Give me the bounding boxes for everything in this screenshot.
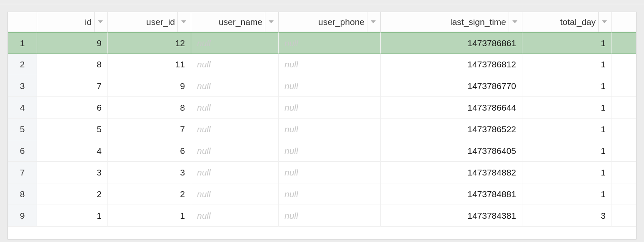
cell-user_name[interactable]: null [191,97,279,119]
table-row[interactable]: 2811nullnull14737868121 [8,54,636,75]
row-number-cell[interactable]: 5 [8,119,37,140]
row-number-cell[interactable]: 8 [8,183,37,205]
cell-spacer [612,97,636,119]
cell-id[interactable]: 6 [37,97,108,119]
cell-user_id[interactable]: 1 [108,205,191,227]
cell-total_day[interactable]: 1 [522,140,612,162]
cell-user_name[interactable]: null [191,162,279,183]
row-number-cell[interactable]: 3 [8,75,37,97]
table-row[interactable]: 557nullnull14737865221 [8,119,636,140]
table-row[interactable]: 468nullnull14737866441 [8,97,636,119]
filter-button-user_phone[interactable] [367,12,379,32]
cell-user_name[interactable]: null [191,75,279,97]
cell-user_name[interactable]: null [191,205,279,227]
column-header-id[interactable]: id [37,12,108,32]
cell-user_name[interactable]: null [191,140,279,162]
cell-user_phone[interactable]: null [279,205,381,227]
row-number-cell[interactable]: 7 [8,162,37,183]
cell-id[interactable]: 5 [37,119,108,140]
column-header-user_phone[interactable]: user_phone [279,12,381,32]
cell-user_id[interactable]: 2 [108,183,191,205]
null-value: null [197,168,272,178]
cell-total_day[interactable]: 3 [522,205,612,227]
filter-button-total_day[interactable] [598,12,610,32]
cell-user_id[interactable]: 9 [108,75,191,97]
cell-user_phone[interactable]: null [279,97,381,119]
dropdown-icon [512,20,517,23]
cell-user_id[interactable]: 8 [108,97,191,119]
cell-last_sign_time[interactable]: 1473786812 [381,54,522,75]
row-number-cell[interactable]: 2 [8,54,37,75]
cell-user_phone[interactable]: null [279,183,381,205]
cell-total_day[interactable]: 1 [522,75,612,97]
cell-last_sign_time[interactable]: 1473786644 [381,97,522,119]
cell-total_day[interactable]: 1 [522,119,612,140]
table-row[interactable]: 911nullnull14737843813 [8,205,636,227]
cell-id[interactable]: 7 [37,75,108,97]
row-number-cell[interactable]: 6 [8,140,37,162]
cell-last_sign_time[interactable]: 1473786522 [381,119,522,140]
column-label: last_sign_time [386,17,509,27]
cell-last_sign_time[interactable]: 1473786405 [381,140,522,162]
cell-last_sign_time[interactable]: 1473786770 [381,75,522,97]
cell-user_phone[interactable]: null [279,54,381,75]
column-label: user_name [196,17,265,27]
cell-last_sign_time[interactable]: 1473784881 [381,183,522,205]
null-value: null [197,146,272,156]
cell-user_phone[interactable]: null [279,162,381,183]
null-value: null [197,124,272,134]
filter-button-user_name[interactable] [265,12,277,32]
cell-user_phone[interactable]: null [279,140,381,162]
cell-user_name[interactable]: null [191,183,279,205]
cell-user_name[interactable]: null [191,119,279,140]
cell-total_day[interactable]: 1 [522,32,612,54]
data-grid: id user_id use [7,12,637,240]
table-row[interactable]: 1912nullnull14737868611 [8,32,636,54]
column-header-total_day[interactable]: total_day [522,12,612,32]
cell-id[interactable]: 1 [37,205,108,227]
cell-spacer [612,162,636,183]
null-value: null [285,168,374,178]
column-header-rownum[interactable] [8,12,37,32]
cell-user_name[interactable]: null [191,54,279,75]
column-header-last_sign_time[interactable]: last_sign_time [381,12,522,32]
cell-id[interactable]: 9 [37,32,108,54]
table-row[interactable]: 646nullnull14737864051 [8,140,636,162]
cell-user_name[interactable]: null [191,32,279,54]
column-header-user_name[interactable]: user_name [191,12,279,32]
filter-button-last_sign_time[interactable] [509,12,520,32]
filter-button-id[interactable] [94,12,106,32]
cell-total_day[interactable]: 1 [522,54,612,75]
cell-last_sign_time[interactable]: 1473784381 [381,205,522,227]
toolbar [0,0,644,4]
column-label: id [42,17,94,27]
cell-user_id[interactable]: 7 [108,119,191,140]
table-row[interactable]: 733nullnull14737848821 [8,162,636,183]
row-number-cell[interactable]: 1 [8,32,37,54]
table-row[interactable]: 379nullnull14737867701 [8,75,636,97]
cell-user_id[interactable]: 6 [108,140,191,162]
cell-last_sign_time[interactable]: 1473784882 [381,162,522,183]
spacer-cell [8,227,636,239]
cell-total_day[interactable]: 1 [522,97,612,119]
row-number-cell[interactable]: 9 [8,205,37,227]
cell-user_phone[interactable]: null [279,75,381,97]
cell-id[interactable]: 2 [37,183,108,205]
filter-button-user_id[interactable] [177,12,189,32]
cell-total_day[interactable]: 1 [522,183,612,205]
cell-user_id[interactable]: 12 [108,32,191,54]
cell-user_phone[interactable]: null [279,119,381,140]
cell-id[interactable]: 8 [37,54,108,75]
cell-id[interactable]: 3 [37,162,108,183]
column-label: user_id [113,17,177,27]
cell-user_id[interactable]: 3 [108,162,191,183]
cell-last_sign_time[interactable]: 1473786861 [381,32,522,54]
table-row[interactable]: 822nullnull14737848811 [8,183,636,205]
cell-spacer [612,75,636,97]
column-header-user_id[interactable]: user_id [108,12,191,32]
cell-user_id[interactable]: 11 [108,54,191,75]
cell-total_day[interactable]: 1 [522,162,612,183]
row-number-cell[interactable]: 4 [8,97,37,119]
cell-id[interactable]: 4 [37,140,108,162]
cell-user_phone[interactable]: null [279,32,381,54]
